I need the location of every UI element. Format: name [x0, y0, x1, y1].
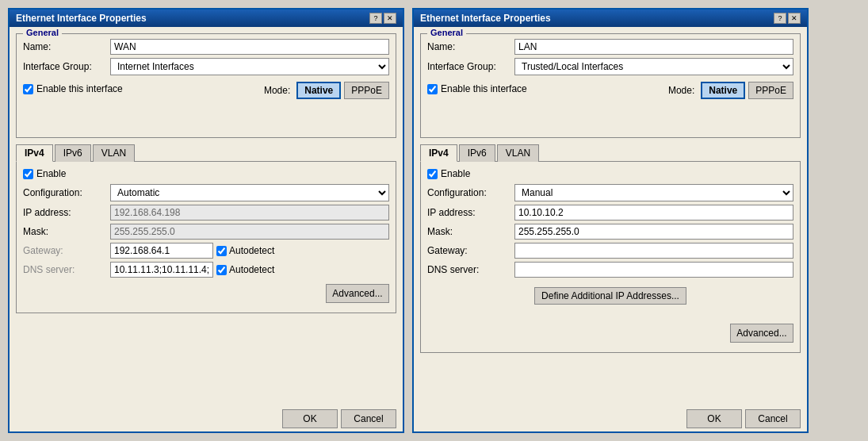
enable-ipv4-checkbox-lan[interactable] — [427, 169, 438, 179]
dns-input-lan[interactable] — [514, 262, 793, 278]
config-select-wan[interactable]: Automatic — [110, 184, 389, 201]
dialog-wan-body: General Name: Interface Group: Internet … — [10, 27, 403, 406]
titlebar-wan: Ethernet Interface Properties ? ✕ — [10, 10, 403, 27]
mask-input-wan — [110, 224, 389, 240]
advanced-row-wan: Advanced... — [23, 281, 389, 306]
tabs-bar-lan: IPv4 IPv6 VLAN — [420, 144, 801, 162]
spacer-wan — [23, 99, 389, 131]
name-label-lan: Name: — [427, 41, 514, 52]
mask-label-lan: Mask: — [427, 226, 514, 237]
help-button-wan[interactable]: ? — [369, 13, 382, 24]
enable-ipv4-checkbox-wan[interactable] — [23, 169, 33, 179]
mode-row-lan: Mode: Native PPPoE — [668, 82, 793, 99]
advanced-button-lan[interactable]: Advanced... — [730, 324, 793, 343]
tab-ipv4-wan[interactable]: IPv4 — [16, 144, 53, 162]
tabs-section-wan: IPv4 IPv6 VLAN Enable Configuration: Aut… — [16, 144, 396, 313]
name-input-lan[interactable] — [514, 39, 793, 55]
gateway-label-lan: Gateway: — [427, 245, 514, 256]
ok-button-wan[interactable]: OK — [282, 409, 338, 428]
tab-vlan-lan[interactable]: VLAN — [497, 144, 539, 162]
general-group-title-wan: General — [23, 28, 62, 37]
mode-pppoe-btn-wan[interactable]: PPPoE — [344, 82, 389, 99]
dialog-wan-title: Ethernet Interface Properties — [16, 13, 147, 24]
help-button-lan[interactable]: ? — [774, 13, 786, 24]
dialog-lan-body: General Name: Interface Group: Trusted/L… — [414, 27, 807, 406]
config-select-lan[interactable]: Manual — [514, 184, 793, 201]
ip-input-lan[interactable] — [514, 205, 793, 220]
mask-input-lan[interactable] — [514, 224, 793, 240]
advanced-button-wan[interactable]: Advanced... — [326, 284, 389, 303]
tabs-bar-wan: IPv4 IPv6 VLAN — [16, 144, 396, 162]
mode-label-lan: Mode: — [668, 85, 694, 96]
ip-row-wan: IP address: — [23, 205, 389, 220]
autodetect2-checkbox-wan[interactable] — [216, 265, 227, 275]
mode-native-btn-lan[interactable]: Native — [701, 82, 745, 99]
config-label-wan: Configuration: — [23, 187, 110, 198]
gateway-row-wan: Gateway: Autodetect — [23, 243, 389, 259]
gateway-row-lan: Gateway: — [427, 243, 793, 259]
name-input-wan[interactable] — [110, 39, 389, 55]
mode-native-btn-wan[interactable]: Native — [296, 82, 341, 99]
dns-row-wan: DNS server: Autodetect — [23, 262, 389, 278]
spacer-lan — [427, 99, 793, 131]
dns-input-wan[interactable] — [110, 262, 213, 278]
enable-ipv4-label-wan: Enable — [36, 168, 66, 179]
tab-content-wan: Enable Configuration: Automatic IP addre… — [16, 162, 396, 313]
ok-button-lan[interactable]: OK — [686, 409, 742, 428]
tab-vlan-wan[interactable]: VLAN — [93, 144, 135, 162]
tab-ipv6-wan[interactable]: IPv6 — [55, 144, 91, 162]
interface-group-row-wan: Interface Group: Internet Interfaces — [23, 58, 389, 75]
general-group-title-lan: General — [427, 28, 466, 37]
config-select-wrapper-wan: Automatic — [110, 184, 389, 201]
dns-label-wan: DNS server: — [23, 264, 110, 275]
name-label-wan: Name: — [23, 41, 110, 52]
enable-ipv4-label-lan: Enable — [441, 168, 470, 179]
bottom-row-wan: OK Cancel — [10, 406, 403, 431]
gateway-input-lan[interactable] — [514, 243, 793, 259]
tab-ipv6-lan[interactable]: IPv6 — [459, 144, 495, 162]
autodetect2-label-wan: Autodetect — [229, 264, 274, 275]
gateway-input-wan[interactable] — [110, 243, 213, 259]
enable-label-wan: Enable this interface — [36, 83, 123, 94]
mask-row-lan: Mask: — [427, 224, 793, 240]
titlebar-lan: Ethernet Interface Properties ? ✕ — [414, 10, 807, 27]
interface-group-label-lan: Interface Group: — [427, 61, 514, 72]
config-row-wan: Configuration: Automatic — [23, 184, 389, 201]
titlebar-controls-lan: ? ✕ — [774, 13, 801, 24]
interface-group-select-wan[interactable]: Internet Interfaces — [110, 58, 389, 75]
config-row-lan: Configuration: Manual — [427, 184, 793, 201]
ip-label-lan: IP address: — [427, 207, 514, 218]
interface-group-select-lan[interactable]: Trusted/Local Interfaces — [514, 58, 793, 75]
mode-row-wan: Mode: Native PPPoE — [264, 82, 389, 99]
define-addresses-button-lan[interactable]: Define Additional IP Addresses... — [534, 287, 686, 305]
name-row-lan: Name: — [427, 39, 793, 55]
autodetect2-row-wan: Autodetect — [216, 264, 274, 275]
close-button-lan[interactable]: ✕ — [788, 13, 801, 24]
autodetect1-label-wan: Autodetect — [229, 245, 274, 256]
enable-mode-row-lan: Enable this interface Mode: Native PPPoE — [427, 79, 793, 99]
mask-row-wan: Mask: — [23, 224, 389, 240]
mode-pppoe-btn-lan[interactable]: PPPoE — [748, 82, 793, 99]
tab-content-lan: Enable Configuration: Manual IP address: — [420, 162, 801, 353]
config-select-wrapper-lan: Manual — [514, 184, 793, 201]
tab-ipv4-lan[interactable]: IPv4 — [420, 144, 457, 162]
ip-input-wan — [110, 205, 389, 220]
autodetect1-checkbox-wan[interactable] — [216, 246, 227, 256]
dns-label-lan: DNS server: — [427, 264, 514, 275]
cancel-button-wan[interactable]: Cancel — [341, 409, 396, 428]
define-btn-row-lan: Define Additional IP Addresses... — [427, 282, 793, 305]
interface-group-label-wan: Interface Group: — [23, 61, 110, 72]
enable-ipv4-row-wan: Enable — [23, 168, 389, 179]
enable-checkbox-wan[interactable] — [23, 84, 33, 94]
cancel-button-lan[interactable]: Cancel — [745, 409, 801, 428]
dialog-wan: Ethernet Interface Properties ? ✕ Genera… — [8, 8, 404, 433]
enable-checkbox-lan[interactable] — [427, 84, 438, 94]
close-button-wan[interactable]: ✕ — [384, 13, 396, 24]
config-label-lan: Configuration: — [427, 187, 514, 198]
enable-mode-row-wan: Enable this interface Mode: Native PPPoE — [23, 79, 389, 99]
tabs-section-lan: IPv4 IPv6 VLAN Enable Configuration: Man… — [420, 144, 801, 353]
enable-checkbox-row-lan: Enable this interface — [427, 83, 527, 94]
general-group-lan: General Name: Interface Group: Trusted/L… — [420, 33, 801, 138]
mode-label-wan: Mode: — [264, 85, 290, 96]
ip-row-lan: IP address: — [427, 205, 793, 220]
